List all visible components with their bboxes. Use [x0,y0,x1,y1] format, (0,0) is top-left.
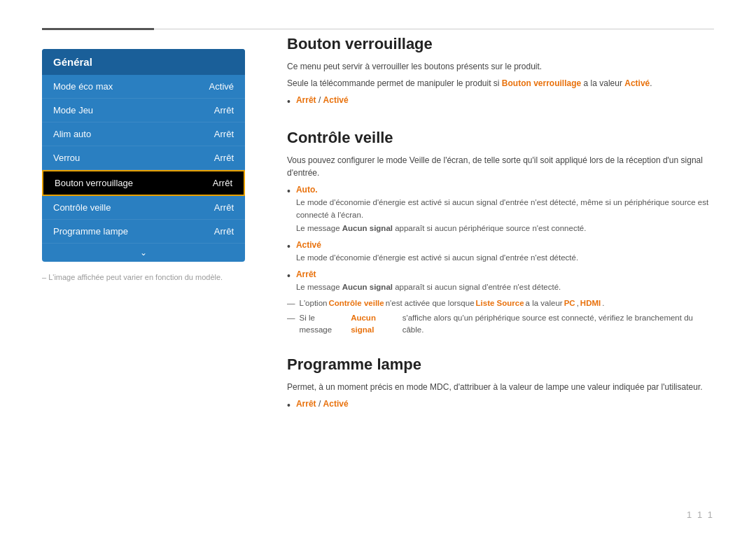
bullet-dot: • [287,239,290,254]
bouton-bullet: • Arrêt / Activé [287,94,714,109]
controle-note1: L'option Contrôle veille n'est activée q… [287,297,714,309]
controle-arret-label: Arrêt [296,269,316,279]
section-bouton-verrouillage: Bouton verrouillage Ce menu peut servir … [287,35,714,109]
sidebar-item-value: Arrêt [214,226,234,237]
bouton-desc2-pre: Seule la télécommande permet de manipule… [287,78,502,88]
controle-note2: Si le message Aucun signal s'affiche alo… [287,312,714,337]
sidebar-item-label: Mode Jeu [53,105,93,115]
sidebar-item-value: Arrêt [214,105,234,115]
controle-auto-label: Auto. [296,185,318,195]
controle-bullet-active: • Activé Le mode d'économie d'énergie es… [287,239,714,264]
bouton-bullet-text: Arrêt / Activé [296,94,714,106]
sidebar-item-mode-jeu[interactable]: Mode Jeu Arrêt [42,99,245,122]
controle-auto-sub2: Le message Aucun signal apparaît si aucu… [296,224,587,232]
sidebar-item-label: Contrôle veille [53,202,111,213]
sidebar-item-controle-veille[interactable]: Contrôle veille Arrêt [42,196,245,220]
top-line-dark [42,28,154,30]
sidebar-item-label: Mode éco max [53,81,113,92]
sidebar-item-label: Programme lampe [53,226,128,237]
sidebar-item-mode-eco[interactable]: Mode éco max Activé [42,75,245,99]
footer-note: – L'image affichée peut varier en foncti… [42,273,223,281]
sidebar-item-value: Arrêt [213,178,232,188]
bullet-dot: • [287,94,290,109]
section-programme-lampe: Programme lampe Permet, à un moment préc… [287,356,714,413]
controle-bullet-auto: • Auto. Le mode d'économie d'énergie est… [287,183,714,234]
bouton-desc2-mid: a la valeur [581,78,624,88]
chevron-down-icon[interactable]: ⌄ [42,244,245,262]
section-controle-veille: Contrôle veille Vous pouvez configurer l… [287,129,714,336]
controle-desc: Vous pouvez configurer le mode Veille de… [287,154,714,179]
sidebar-header: Général [42,49,245,75]
sidebar-item-alim-auto[interactable]: Alim auto Arrêt [42,122,245,146]
bullet-dot: • [287,269,290,283]
controle-bullet-arret: • Arrêt Le message Aucun signal apparaît… [287,268,714,293]
section-title-bouton: Bouton verrouillage [287,35,714,53]
programme-bullet-text: Arrêt / Activé [296,398,714,410]
bullet-dot: • [287,184,290,199]
top-line-light [154,29,714,29]
section-title-controle: Contrôle veille [287,129,714,147]
controle-auto-sub1: Le mode d'économie d'énergie est activé … [296,198,708,219]
sidebar-item-value: Arrêt [214,129,234,139]
sidebar-item-value: Arrêt [214,202,234,213]
page-number: 1 1 1 [687,510,714,520]
sidebar-item-label: Alim auto [53,129,91,139]
controle-auto-content: Auto. Le mode d'économie d'énergie est a… [296,183,714,234]
controle-arret-sub1: Le message Aucun signal apparaît si aucu… [296,283,561,291]
sidebar-item-bouton-verrouillage[interactable]: Bouton verrouillage Arrêt [42,170,245,196]
sidebar-item-value: Activé [209,81,234,92]
bouton-desc2-link: Bouton verrouillage [502,78,581,88]
bullet-dot: • [287,398,290,413]
sidebar-item-value: Arrêt [214,153,234,163]
bouton-desc1: Ce menu peut servir à verrouiller les bo… [287,60,714,73]
top-lines [42,28,714,30]
bouton-desc2-post: . [650,78,652,88]
programme-desc: Permet, à un moment précis en mode MDC, … [287,381,714,393]
sidebar: Général Mode éco max Activé Mode Jeu Arr… [42,49,245,262]
controle-active-label: Activé [296,240,321,250]
main-content: Bouton verrouillage Ce menu peut servir … [287,35,714,506]
sidebar-item-label: Verrou [53,153,80,163]
bouton-desc2: Seule la télécommande permet de manipule… [287,77,714,90]
controle-arret-content: Arrêt Le message Aucun signal apparaît s… [296,268,714,293]
sidebar-item-label: Bouton verrouillage [55,178,133,188]
bouton-desc2-value: Activé [624,78,650,88]
controle-active-sub1: Le mode d'économie d'énergie est activé … [296,253,578,262]
sidebar-item-programme-lampe[interactable]: Programme lampe Arrêt [42,220,245,244]
section-title-programme: Programme lampe [287,356,714,374]
programme-bullet: • Arrêt / Activé [287,398,714,413]
sidebar-item-verrou[interactable]: Verrou Arrêt [42,146,245,170]
controle-active-content: Activé Le mode d'économie d'énergie est … [296,239,714,264]
